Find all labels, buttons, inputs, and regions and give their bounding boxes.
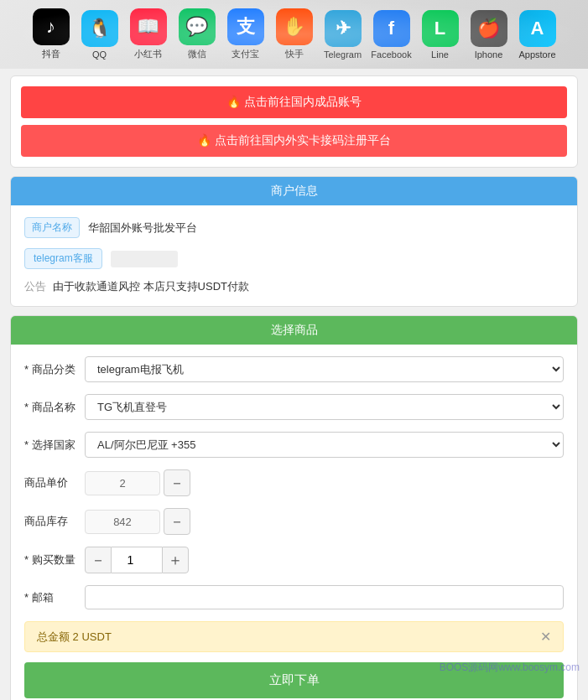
country-select[interactable]: AL/阿尔巴尼亚 +355 (85, 432, 564, 458)
alipay-icon: 支 (227, 8, 264, 45)
unit-price-btn: － (164, 469, 190, 496)
announcement-label: 公告 (24, 279, 46, 294)
email-label: * 邮箱 (24, 590, 85, 605)
stock-btn: － (164, 508, 190, 535)
app-icon-kuaishou[interactable]: ✋快手 (273, 8, 316, 60)
quantity-plus-btn[interactable]: ＋ (162, 547, 189, 573)
quantity-label: * 购买数量 (24, 552, 85, 568)
kuaishou-icon: ✋ (276, 8, 313, 45)
alipay-label: 支付宝 (232, 48, 259, 60)
app-icon-alipay[interactable]: 支支付宝 (224, 8, 268, 60)
product-name-select[interactable]: TG飞机直登号 (85, 394, 564, 420)
icon-bar: ♪抖音🐧QQ📖小红书💬微信支支付宝✋快手✈TelegramfFacebookLL… (0, 0, 588, 69)
notice-btn-2[interactable]: 🔥 点击前往国内外实卡接码注册平台 (21, 125, 567, 157)
wechat-label: 微信 (188, 48, 206, 60)
country-row: * 选择国家 AL/阿尔巴尼亚 +355 (24, 432, 564, 458)
app-icon-facebook[interactable]: fFacebook (370, 10, 414, 60)
qq-icon: 🐧 (81, 10, 118, 47)
app-icon-xiaohongshu[interactable]: 📖小红书 (127, 8, 170, 60)
douyin-label: 抖音 (42, 48, 60, 60)
category-row: * 商品分类 telegram电报飞机 (24, 356, 564, 382)
total-close-btn[interactable]: ✕ (540, 629, 551, 645)
product-name-label: * 商品名称 (24, 400, 85, 415)
announcement-row: 公告 由于收款通道风控 本店只支持USDT付款 (24, 279, 564, 294)
xiaohongshu-label: 小红书 (134, 48, 162, 60)
product-name-row: * 商品名称 TG飞机直登号 (24, 394, 564, 420)
quantity-minus-btn[interactable]: － (85, 547, 112, 573)
merchant-section: 商户信息 商户名称 华韶国外账号批发平台 telegram客服 公告 由于收款通… (10, 176, 578, 307)
telegram-tag[interactable]: telegram客服 (24, 248, 102, 269)
email-input[interactable] (85, 585, 564, 609)
qq-label: QQ (92, 49, 107, 60)
total-bar: 总金额 2 USDT ✕ (24, 621, 564, 652)
appstore-label: Appstore (518, 49, 555, 60)
douyin-icon: ♪ (33, 8, 70, 45)
quantity-row: * 购买数量 － ＋ (24, 547, 564, 573)
country-label: * 选择国家 (24, 438, 85, 453)
wechat-icon: 💬 (179, 8, 216, 45)
telegram-label: Telegram (324, 49, 362, 60)
facebook-label: Facebook (371, 49, 411, 60)
telegram-icon: ✈ (325, 10, 362, 47)
line-icon: L (422, 10, 459, 47)
email-row: * 邮箱 (24, 585, 564, 609)
merchant-name-label: 商户名称 (24, 217, 80, 238)
app-icon-telegram[interactable]: ✈Telegram (321, 10, 365, 60)
kuaishou-label: 快手 (285, 48, 304, 60)
stock-label: 商品库存 (24, 514, 85, 529)
merchant-telegram-row: telegram客服 (24, 248, 564, 269)
merchant-section-title: 商户信息 (11, 177, 577, 205)
app-icon-iphone[interactable]: 🍎Iphone (467, 10, 511, 60)
merchant-name-value: 华韶国外账号批发平台 (88, 220, 197, 236)
app-icon-wechat[interactable]: 💬微信 (175, 8, 219, 60)
announcement-value: 由于收款通道风控 本店只支持USDT付款 (53, 279, 249, 294)
merchant-name-row: 商户名称 华韶国外账号批发平台 (24, 217, 564, 238)
notice-section: 🔥 点击前往国内成品账号 🔥 点击前往国内外实卡接码注册平台 (10, 75, 578, 168)
notice-btn-1[interactable]: 🔥 点击前往国内成品账号 (21, 86, 567, 118)
category-select[interactable]: telegram电报飞机 (85, 356, 564, 382)
stock-value (85, 510, 160, 534)
unit-price-row: 商品单价 － (24, 469, 564, 496)
total-text: 总金额 2 USDT (37, 630, 112, 645)
iphone-label: Iphone (475, 49, 503, 60)
product-section-title: 选择商品 (11, 316, 577, 345)
stock-row: 商品库存 － (24, 508, 564, 535)
unit-price-value (85, 471, 160, 495)
app-icon-line[interactable]: LLine (419, 10, 462, 60)
app-icon-douyin[interactable]: ♪抖音 (29, 8, 73, 60)
product-body: * 商品分类 telegram电报飞机 * 商品名称 TG飞机直登号 * 选择国… (11, 345, 577, 700)
iphone-icon: 🍎 (471, 10, 507, 47)
main-content: 🔥 点击前往国内成品账号 🔥 点击前往国内外实卡接码注册平台 商户信息 商户名称… (0, 69, 588, 700)
app-icon-appstore[interactable]: AAppstore (516, 10, 559, 60)
quantity-input[interactable] (112, 547, 162, 573)
quantity-stepper: － ＋ (85, 547, 189, 573)
appstore-icon: A (519, 10, 556, 47)
product-section: 选择商品 * 商品分类 telegram电报飞机 * 商品名称 TG飞机直登号 … (10, 315, 578, 700)
merchant-body: 商户名称 华韶国外账号批发平台 telegram客服 公告 由于收款通道风控 本… (11, 205, 577, 306)
line-label: Line (431, 49, 449, 60)
facebook-icon: f (373, 10, 410, 47)
category-label: * 商品分类 (24, 362, 85, 377)
xiaohongshu-icon: 📖 (130, 8, 167, 45)
unit-price-label: 商品单价 (24, 475, 85, 490)
order-button[interactable]: 立即下单 (24, 662, 564, 698)
app-icon-qq[interactable]: 🐧QQ (78, 10, 122, 60)
